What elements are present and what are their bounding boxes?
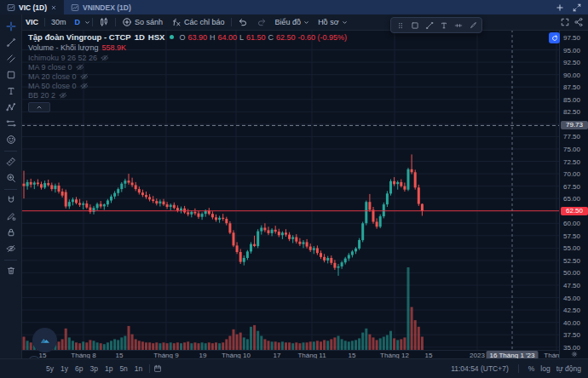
measure-draw[interactable]: [452, 20, 464, 31]
text-draw[interactable]: [437, 20, 450, 31]
symbol-legend-row[interactable]: Tập đoàn Vingroup - CTCP 1D HSX O63.90 H…: [28, 32, 347, 42]
price-axis-label: 45.00: [563, 295, 580, 302]
drag-dots-icon: [396, 21, 405, 30]
price-axis-label: 67.50: [563, 183, 580, 191]
refresh-icon: [551, 35, 558, 42]
drag-handle[interactable]: [394, 20, 406, 31]
price-axis-label: 95.00: [563, 47, 580, 54]
redo-button[interactable]: [252, 17, 271, 27]
lock-all-drawings-button[interactable]: [3, 225, 19, 240]
indicator-row[interactable]: MA 20 close 0: [28, 72, 347, 81]
price-axis-label: 42.50: [563, 306, 580, 314]
price-axis-label: 97.50: [563, 34, 580, 42]
eye-off-icon: [80, 72, 89, 81]
volume-legend-row[interactable]: Volume - Khối lượng 558.9K: [28, 43, 347, 52]
function-icon: [171, 17, 182, 27]
price-axis-label: 57.50: [563, 232, 580, 240]
legend-collapse-button[interactable]: [28, 102, 50, 112]
shapes-tool-button[interactable]: [3, 67, 19, 83]
price-axis-label: 55.00: [563, 244, 580, 252]
percent-scale-button[interactable]: %: [528, 364, 535, 373]
log-scale-button[interactable]: log: [540, 364, 550, 373]
price-axis-label: 82.50: [563, 108, 580, 116]
range-1n-button[interactable]: 1n: [131, 364, 146, 373]
range-buttons: 5y1y6p3p1p5n1n: [43, 364, 146, 373]
line-draw[interactable]: [423, 20, 435, 31]
indicator-row[interactable]: MA 9 close 0: [28, 62, 347, 72]
auto-scale-button[interactable]: tự động: [556, 364, 581, 373]
magnet-icon: [6, 195, 16, 205]
undo-button[interactable]: [233, 17, 252, 27]
tab-vic[interactable]: VIC (1D): [0, 0, 64, 14]
broker-logo: [32, 328, 57, 352]
toolbar-separator: [92, 18, 93, 26]
chevron-down-icon: [303, 20, 309, 26]
range-1y-button[interactable]: 1y: [57, 364, 72, 373]
emoji-icon: [6, 135, 16, 145]
clock[interactable]: 11:04:54 (UTC+7): [451, 364, 509, 373]
price-axis[interactable]: 79.73 62.50 97.5095.0092.5090.0087.5085.…: [559, 30, 588, 350]
price-axis-label: 37.50: [563, 331, 580, 339]
price-axis-label: 72.50: [563, 158, 580, 166]
rectangle-draw[interactable]: [408, 20, 421, 31]
price-axis-label: 35.00: [563, 344, 580, 350]
candles-icon: [99, 17, 109, 27]
range-5y-button[interactable]: 5y: [43, 364, 57, 373]
pattern-tool-button[interactable]: [3, 100, 19, 115]
go-to-date-icon[interactable]: [153, 364, 162, 373]
shapes-icon: [411, 21, 419, 30]
axis-settings-corner[interactable]: [559, 350, 588, 358]
range-3p-button[interactable]: 3p: [86, 364, 101, 373]
price-axis-label: 75.00: [563, 146, 580, 153]
indicator-row[interactable]: Ichimoku 9 26 52 26: [28, 53, 347, 62]
emoji-tool-button[interactable]: [3, 132, 19, 147]
range-5n-button[interactable]: 5n: [116, 364, 130, 373]
tab-vnindex[interactable]: VNINDEX (1D): [64, 0, 138, 14]
hide-all-drawings-button[interactable]: [3, 241, 19, 256]
lock-icon: [6, 227, 16, 238]
refresh-data-button[interactable]: [549, 32, 560, 43]
magnet-mode-button[interactable]: [3, 192, 19, 208]
close-icon[interactable]: [50, 4, 57, 11]
crosshair-tool-button[interactable]: [3, 19, 19, 34]
measure-tool-button[interactable]: [3, 154, 19, 169]
price-axis-label: 52.50: [563, 257, 580, 265]
interval-30m-button[interactable]: 30m: [47, 18, 71, 26]
redo-icon: [257, 17, 267, 27]
remove-all-drawings-button[interactable]: [3, 263, 19, 278]
symbol-button[interactable]: VIC: [21, 18, 43, 26]
add-tab-icon[interactable]: [556, 3, 564, 12]
indicator-row[interactable]: BB 20 2: [28, 90, 347, 100]
chart-menu-button[interactable]: Biểu đồ: [271, 18, 314, 26]
brush-draw[interactable]: [466, 20, 479, 31]
stay-in-drawing-mode-button[interactable]: [3, 209, 19, 224]
prediction-tool-button[interactable]: [3, 116, 19, 131]
share-icon[interactable]: [574, 17, 584, 27]
legend-exchange: HSX: [148, 32, 165, 42]
parallel-icon: [6, 54, 16, 64]
chart-style-button[interactable]: [95, 17, 113, 27]
zoom-in-tool-button[interactable]: [3, 170, 19, 186]
indicator-row[interactable]: MA 50 close 0: [28, 81, 347, 90]
trend-line-tool-button[interactable]: [3, 35, 19, 50]
chevron-down-icon[interactable]: [84, 20, 90, 26]
indicator-legend-list: Ichimoku 9 26 52 26MA 9 close 0MA 20 clo…: [28, 53, 347, 100]
trend-line-icon: [425, 21, 434, 30]
expand-window-icon[interactable]: [573, 3, 581, 12]
compare-button[interactable]: So sánh: [118, 17, 167, 27]
text-tool-button[interactable]: [3, 83, 19, 99]
bottom-toolbar: 5y1y6p3p1p5n1n 11:04:54 (UTC+7) % log tự…: [0, 358, 588, 378]
range-1p-button[interactable]: 1p: [101, 364, 116, 373]
main-toolbar: VIC 30m D So sánh Các chỉ báo Biểu đồ Hồ…: [21, 14, 588, 31]
profile-menu-button[interactable]: Hồ sơ: [314, 18, 351, 26]
price-axis-label: 87.50: [563, 83, 580, 91]
range-6p-button[interactable]: 6p: [72, 364, 86, 373]
interval-1d-button[interactable]: D: [71, 18, 85, 26]
fullscreen-icon[interactable]: [560, 17, 570, 27]
channel-tool-button[interactable]: [3, 51, 19, 66]
trend-line-icon: [6, 37, 16, 48]
eye-off-icon: [6, 243, 16, 254]
eye-off-icon: [76, 63, 84, 72]
indicators-button[interactable]: Các chỉ báo: [167, 17, 229, 27]
price-axis-label: 92.50: [563, 59, 580, 66]
